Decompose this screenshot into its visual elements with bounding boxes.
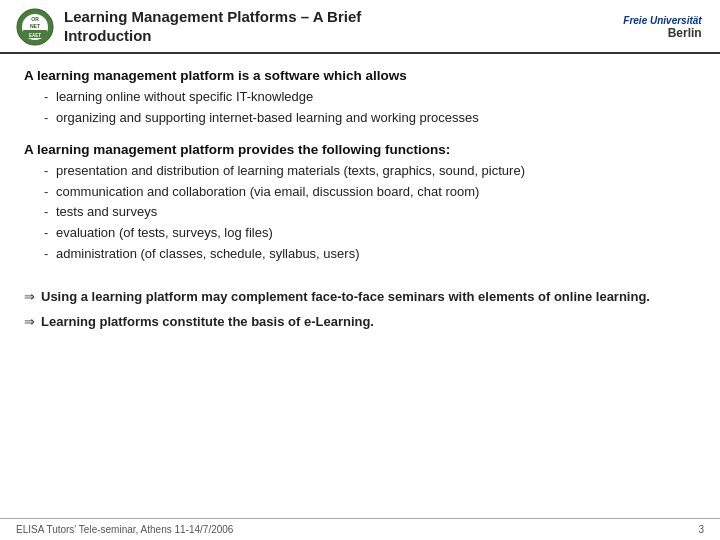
list-item: tests and surveys (44, 203, 696, 222)
ornet-logo-icon: OR NET EAET (16, 8, 54, 46)
highlight-item: ⇒Learning platforms constitute the basis… (24, 313, 696, 332)
header-title-line2: Introduction (64, 27, 361, 46)
list-item: organizing and supporting internet-based… (44, 109, 696, 128)
header-left: OR NET EAET Learning Management Platform… (16, 8, 361, 46)
arrow-icon: ⇒ (24, 313, 35, 332)
page: OR NET EAET Learning Management Platform… (0, 0, 720, 540)
svg-text:NET: NET (30, 23, 40, 29)
fu-badge: Freie Universität Berlin (624, 9, 704, 45)
section1: A learning management platform is a soft… (24, 68, 696, 130)
berlin-text: Berlin (668, 26, 702, 40)
section2: A learning management platform provides … (24, 142, 696, 266)
arrow-icon: ⇒ (24, 288, 35, 307)
footer-right: 3 (698, 524, 704, 535)
section1-heading: A learning management platform is a soft… (24, 68, 696, 83)
fu-text: Freie Universität (623, 15, 701, 26)
header-right: Freie Universität Berlin (624, 9, 704, 45)
main-content: A learning management platform is a soft… (0, 54, 720, 518)
footer-left: ELISA Tutors' Tele-seminar, Athens 11-14… (16, 524, 233, 535)
header-title-line1: Learning Management Platforms – A Brief (64, 8, 361, 27)
list-item: learning online without specific IT-know… (44, 88, 696, 107)
section2-bullets: presentation and distribution of learnin… (24, 162, 696, 264)
highlight-item: ⇒Using a learning platform may complemen… (24, 288, 696, 307)
list-item: communication and collaboration (via ema… (44, 183, 696, 202)
list-item: presentation and distribution of learnin… (44, 162, 696, 181)
logo-area: OR NET EAET (16, 8, 54, 46)
svg-text:EAET: EAET (29, 33, 41, 38)
footer: ELISA Tutors' Tele-seminar, Athens 11-14… (0, 518, 720, 540)
highlights-section: ⇒Using a learning platform may complemen… (24, 288, 696, 338)
section2-heading: A learning management platform provides … (24, 142, 696, 157)
highlight-text: Learning platforms constitute the basis … (41, 313, 374, 332)
highlight-text: Using a learning platform may complement… (41, 288, 650, 307)
list-item: evaluation (of tests, surveys, log files… (44, 224, 696, 243)
svg-text:OR: OR (31, 16, 39, 22)
list-item: administration (of classes, schedule, sy… (44, 245, 696, 264)
section1-bullets: learning online without specific IT-know… (24, 88, 696, 128)
header-title-block: Learning Management Platforms – A Brief … (64, 8, 361, 46)
header: OR NET EAET Learning Management Platform… (0, 0, 720, 54)
